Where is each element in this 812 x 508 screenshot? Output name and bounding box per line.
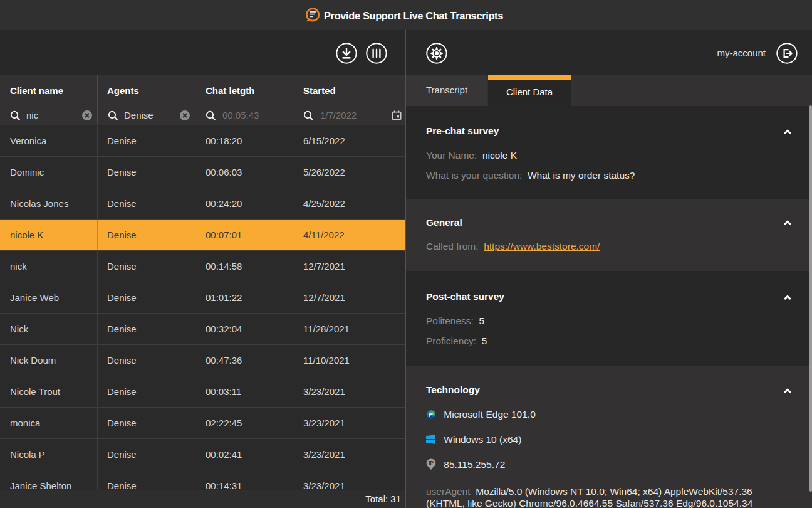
svg-text:IP: IP bbox=[429, 460, 434, 466]
